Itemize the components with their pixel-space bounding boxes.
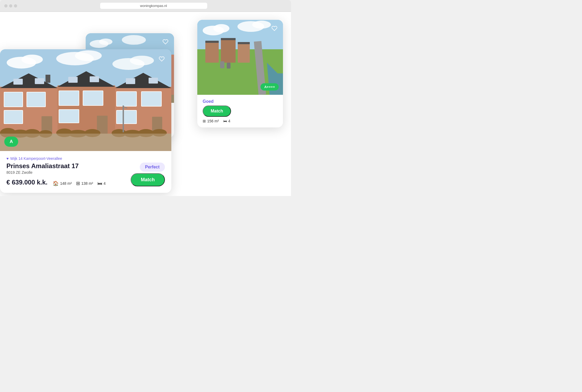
card-1-body: ♥ Wijk 14 Kamperpoort-Veerallee Prinses … <box>0 151 171 193</box>
heart-icon-2 <box>162 39 168 45</box>
traffic-light-close <box>4 4 7 7</box>
card-3-stats: ⊞ 156 m² 🛏 4 <box>203 119 278 123</box>
card-3-energy-badge: A++++ <box>260 83 279 91</box>
svg-rect-54 <box>90 76 99 82</box>
floor-icon-1: ⊞ <box>76 180 80 186</box>
card-1-match-button[interactable]: Match <box>131 173 165 186</box>
svg-point-32 <box>21 55 43 64</box>
card-1-quality-badge: Perfect <box>140 163 165 172</box>
browser-chrome: woningkompas.nl <box>0 0 291 12</box>
browser-body: A++++ Goed Match ⊞ 156 m² 🛏 4 <box>0 12 291 196</box>
traffic-light-maximize <box>14 4 17 7</box>
svg-rect-41 <box>13 79 23 85</box>
bed-icon-3: 🛏 <box>223 119 227 123</box>
address-bar[interactable]: woningkompas.nl <box>100 3 207 9</box>
svg-rect-76 <box>0 134 171 151</box>
svg-rect-68 <box>116 110 137 124</box>
svg-rect-53 <box>68 77 78 83</box>
svg-point-36 <box>130 56 154 65</box>
card-1-living-area: 🏠 148 m² <box>53 180 72 186</box>
svg-rect-67 <box>141 92 161 106</box>
floor-area-icon: ⊞ <box>203 119 206 123</box>
card-1-badges: Perfect Match <box>131 163 165 186</box>
svg-rect-55 <box>59 91 79 105</box>
traffic-lights <box>4 4 17 7</box>
bed-icon-1: 🛏 <box>97 181 102 186</box>
card-1-bedrooms: 🛏 4 <box>97 181 106 186</box>
card-1-stats: 🏠 148 m² ⊞ 138 m² 🛏 4 <box>53 180 105 186</box>
svg-rect-65 <box>149 78 158 84</box>
svg-rect-40 <box>46 75 50 83</box>
svg-rect-44 <box>27 92 46 107</box>
svg-rect-7 <box>205 41 219 63</box>
card-1-favorite-button[interactable] <box>156 54 167 64</box>
card-3-image: A++++ <box>197 20 283 95</box>
card-2-favorite-button[interactable] <box>161 37 170 47</box>
card-3-match-button[interactable]: Match <box>203 105 231 117</box>
traffic-light-minimize <box>9 4 12 7</box>
card-3-favorite-button[interactable] <box>270 24 279 33</box>
card-1-zip-city: 8019 ZE Zwolle <box>6 170 105 175</box>
svg-rect-43 <box>4 92 23 107</box>
card-1-energy-badge: A <box>4 137 18 147</box>
svg-point-28 <box>99 39 112 45</box>
property-card-3: A++++ Goed Match ⊞ 156 m² 🛏 4 <box>197 20 283 127</box>
card-1-text-info: ♥ Wijk 14 Kamperpoort-Veerallee Prinses … <box>6 156 105 186</box>
svg-rect-11 <box>221 38 236 40</box>
heart-icon <box>271 25 277 31</box>
house-icon-1: 🏠 <box>53 180 59 186</box>
cards-area: A++++ Goed Match ⊞ 156 m² 🛏 4 <box>0 12 291 196</box>
card-3-quality-label: Goed <box>203 99 278 104</box>
svg-rect-42 <box>35 78 44 84</box>
svg-rect-74 <box>123 105 124 132</box>
card-1-price: € 639.000 k.k. <box>6 179 47 186</box>
heart-filled-icon: ♥ <box>6 156 9 161</box>
card-1-bottom-row: € 639.000 k.k. 🏠 148 m² ⊞ 138 m² <box>6 178 105 186</box>
card-3-body: Goed Match ⊞ 156 m² 🛏 4 <box>197 95 283 127</box>
property-card-1: A ♥ Wijk 14 Kamperpoort-Veerallee Prinse… <box>0 49 171 193</box>
svg-rect-8 <box>221 39 236 63</box>
card-1-image: A <box>0 49 171 151</box>
card-1-street-name: Prinses Amaliastraat 17 <box>6 162 105 170</box>
card-3-bedrooms: 🛏 4 <box>223 119 230 123</box>
card-3-floor-area: ⊞ 156 m² <box>203 119 219 123</box>
svg-point-29 <box>122 35 146 45</box>
svg-rect-45 <box>4 110 23 124</box>
heart-icon-1 <box>159 56 165 62</box>
svg-rect-9 <box>238 43 250 63</box>
svg-rect-13 <box>220 61 224 68</box>
svg-rect-57 <box>59 110 79 123</box>
svg-rect-10 <box>205 41 219 43</box>
card-3-match-row: Match <box>203 105 278 117</box>
svg-point-4 <box>252 21 271 29</box>
svg-rect-66 <box>116 92 137 106</box>
card-1-info-row: ♥ Wijk 14 Kamperpoort-Veerallee Prinses … <box>6 156 165 186</box>
card-1-floor-area: ⊞ 138 m² <box>76 180 93 186</box>
svg-point-34 <box>75 50 102 61</box>
svg-rect-12 <box>238 42 250 44</box>
svg-point-2 <box>213 24 229 33</box>
svg-rect-56 <box>83 91 103 105</box>
svg-rect-14 <box>227 63 230 69</box>
card-1-neighborhood: ♥ Wijk 14 Kamperpoort-Veerallee <box>6 156 105 161</box>
svg-rect-64 <box>126 78 135 84</box>
